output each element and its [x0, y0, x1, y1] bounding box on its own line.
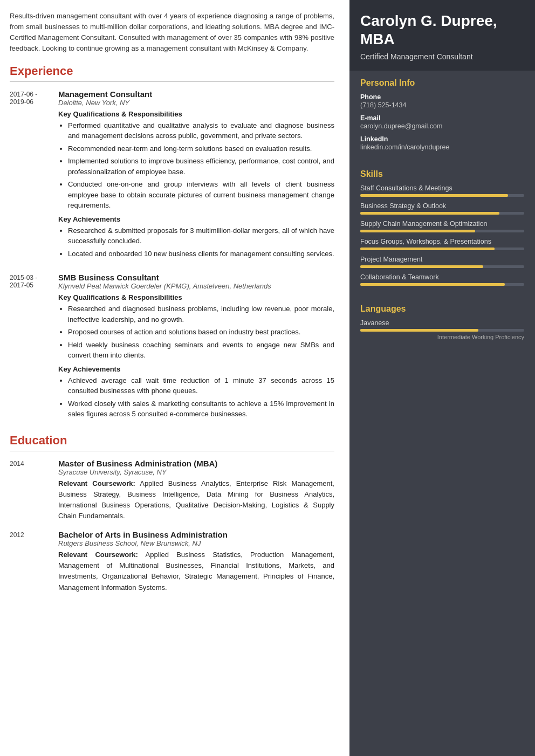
qualifications-label-0: Key Qualifications & Responsibilities [58, 110, 334, 118]
jobs-container: 2017-06 -2019-06Management ConsultantDel… [10, 90, 334, 424]
date-start: 2017-06 - [10, 91, 37, 98]
achievements-list-0: Researched & submitted proposals for 3 m… [58, 225, 334, 259]
languages-section: Languages JavaneseIntermediate Working P… [349, 297, 535, 350]
skill-bar-fill-2 [360, 230, 475, 232]
job-date-1: 2015-03 -2017-05 [10, 273, 58, 424]
personal-info-section: Personal Info Phone (718) 525-1434 E-mai… [349, 71, 535, 162]
qualifications-list-1: Researched and diagnosed business proble… [58, 304, 334, 361]
achievements-label-1: Key Achievements [58, 365, 334, 373]
qualification-item: Held weekly business coaching seminars a… [68, 340, 334, 361]
edu-school-0: Syracuse University, Syracuse, NY [58, 468, 334, 476]
coursework-label: Relevant Coursework: [58, 551, 138, 559]
skill-name-3: Focus Groups, Workshops, & Presentations [360, 238, 524, 245]
skill-bar-bg-5 [360, 283, 524, 286]
skills-section: Skills Staff Consultations & MeetingsBus… [349, 162, 535, 297]
achievements-list-1: Achieved average call wait time reductio… [58, 375, 334, 420]
qualification-item: Recommended near-term and long-term solu… [68, 143, 334, 154]
right-column: Carolyn G. Dupree, MBA Certified Managem… [349, 0, 535, 756]
edu-school-1: Rutgers Business School, New Brunswick, … [58, 539, 334, 547]
skill-bar-bg-3 [360, 248, 524, 250]
job-content-0: Management ConsultantDeloitte, New York,… [58, 90, 334, 264]
skill-name-5: Collaboration & Teamwork [360, 273, 524, 281]
job-entry-1: 2015-03 -2017-05SMB Business ConsultantK… [10, 273, 334, 424]
edu-content-1: Bachelor of Arts in Business Administrat… [58, 530, 334, 593]
skill-name-2: Supply Chain Management & Optimization [360, 220, 524, 228]
skill-bar-bg-1 [360, 212, 524, 215]
job-title-1: SMB Business Consultant [58, 273, 334, 282]
skill-name-1: Business Strategy & Outlook [360, 202, 524, 210]
coursework-label: Relevant Coursework: [58, 479, 135, 487]
job-entry-0: 2017-06 -2019-06Management ConsultantDel… [10, 90, 334, 264]
lang-proficiency-0: Intermediate Working Proficiency [360, 334, 524, 340]
date-end: 2017-05 [10, 281, 33, 289]
skill-bar-fill-4 [360, 265, 483, 268]
qualification-item: Conducted one-on-one and group interview… [68, 179, 334, 211]
skill-name-4: Project Management [360, 256, 524, 263]
left-column: Results-driven management consultant wit… [0, 0, 349, 756]
edu-year-1: 2012 [10, 530, 58, 593]
education-container: 2014Master of Business Administration (M… [10, 459, 334, 593]
edu-coursework-1: Relevant Coursework: Applied Business St… [58, 549, 334, 593]
skill-item-5: Collaboration & Teamwork [360, 273, 524, 286]
achievement-item: Researched & submitted proposals for 3 m… [68, 225, 334, 246]
experience-section-title: Experience [10, 64, 334, 78]
achievement-item: Located and onboarded 10 new business cl… [68, 249, 334, 259]
job-title-0: Management Consultant [58, 90, 334, 99]
date-start: 2015-03 - [10, 274, 37, 281]
languages-container: JavaneseIntermediate Working Proficiency [360, 319, 524, 340]
achievements-label-0: Key Achievements [58, 215, 334, 223]
right-header: Carolyn G. Dupree, MBA Certified Managem… [349, 0, 535, 71]
job-content-1: SMB Business ConsultantKlynveld Peat Mar… [58, 273, 334, 424]
lang-bar-bg-0 [360, 329, 524, 332]
lang-item-0: JavaneseIntermediate Working Proficiency [360, 319, 524, 340]
skill-item-4: Project Management [360, 256, 524, 268]
languages-title: Languages [360, 304, 524, 314]
phone-label: Phone [360, 93, 524, 101]
linkedin-label: LinkedIn [360, 135, 524, 143]
edu-coursework-0: Relevant Coursework: Applied Business An… [58, 478, 334, 522]
education-section-title: Education [10, 434, 334, 448]
skill-item-1: Business Strategy & Outlook [360, 202, 524, 215]
skill-bar-bg-4 [360, 265, 524, 268]
edu-entry-0: 2014Master of Business Administration (M… [10, 459, 334, 522]
qualification-item: Performed quantitative and qualitative a… [68, 120, 334, 141]
lang-name-0: Javanese [360, 319, 524, 327]
qualification-item: Implemented solutions to improve busines… [68, 156, 334, 177]
skill-item-3: Focus Groups, Workshops, & Presentations [360, 238, 524, 250]
email-label: E-mail [360, 114, 524, 122]
job-company-1: Klynveld Peat Marwick Goerdeler (KPMG), … [58, 282, 334, 290]
edu-content-0: Master of Business Administration (MBA)S… [58, 459, 334, 522]
skill-bar-fill-1 [360, 212, 499, 215]
lang-bar-fill-0 [360, 329, 478, 332]
education-divider [10, 451, 334, 451]
skills-title: Skills [360, 169, 524, 179]
qualifications-label-1: Key Qualifications & Responsibilities [58, 293, 334, 301]
skill-bar-fill-5 [360, 283, 505, 286]
qualification-item: Proposed courses of action and solutions… [68, 327, 334, 338]
personal-info-title: Personal Info [360, 78, 524, 88]
skill-bar-fill-3 [360, 248, 495, 250]
candidate-name: Carolyn G. Dupree, MBA [360, 12, 524, 48]
job-company-0: Deloitte, New York, NY [58, 99, 334, 107]
skill-item-0: Staff Consultations & Meetings [360, 184, 524, 197]
linkedin-value: linkedin.com/in/carolyndupree [360, 143, 524, 151]
qualifications-list-0: Performed quantitative and qualitative a… [58, 120, 334, 211]
email-value: carolyn.dupree@gmail.com [360, 122, 524, 130]
edu-year-0: 2014 [10, 459, 58, 522]
summary-text: Results-driven management consultant wit… [10, 11, 334, 54]
skill-bar-bg-2 [360, 230, 524, 232]
experience-divider [10, 81, 334, 82]
skill-bar-fill-0 [360, 194, 508, 197]
qualification-item: Researched and diagnosed business proble… [68, 304, 334, 325]
candidate-subtitle: Certified Management Consultant [360, 52, 524, 61]
phone-value: (718) 525-1434 [360, 101, 524, 109]
job-date-0: 2017-06 -2019-06 [10, 90, 58, 264]
skills-container: Staff Consultations & MeetingsBusiness S… [360, 184, 524, 286]
achievement-item: Worked closely with sales & marketing co… [68, 398, 334, 420]
edu-entry-1: 2012Bachelor of Arts in Business Adminis… [10, 530, 334, 593]
date-end: 2019-06 [10, 98, 33, 106]
skill-name-0: Staff Consultations & Meetings [360, 184, 524, 192]
edu-degree-0: Master of Business Administration (MBA) [58, 459, 334, 468]
skill-item-2: Supply Chain Management & Optimization [360, 220, 524, 232]
achievement-item: Achieved average call wait time reductio… [68, 375, 334, 396]
